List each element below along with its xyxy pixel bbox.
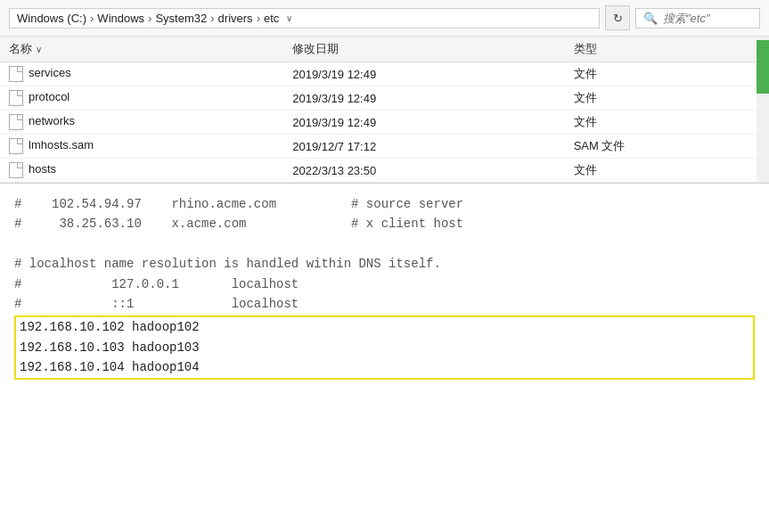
editor-line: # 127.0.0.1 localhost <box>14 274 755 294</box>
file-name-cell: services <box>0 62 283 86</box>
host-entry-3: 192.168.10.104 hadoop104 <box>20 357 749 377</box>
text-editor: # 102.54.94.97 rhino.acme.com # source s… <box>0 184 769 390</box>
explorer-panel: Windows (C:) › Windows › System32 › driv… <box>0 0 769 184</box>
file-icon <box>9 138 23 154</box>
file-date-cell: 2022/3/13 23:50 <box>283 159 564 183</box>
editor-line-blank <box>14 234 755 254</box>
path-label: drivers <box>218 12 253 25</box>
editor-line: # 38.25.63.10 x.acme.com # x client host <box>14 214 755 233</box>
file-date-cell: 2019/3/19 12:49 <box>283 62 564 86</box>
file-type-cell: SAM 文件 <box>565 135 757 159</box>
file-icon <box>9 90 23 106</box>
address-path[interactable]: Windows (C:) › Windows › System32 › driv… <box>9 8 600 29</box>
editor-line: # localhost name resolution is handled w… <box>14 254 755 274</box>
host-entry-2: 192.168.10.103 hadoop103 <box>20 338 749 357</box>
col-name[interactable]: 名称 ∨ <box>0 37 283 62</box>
file-type-cell: 文件 <box>565 110 757 135</box>
file-name-cell: networks <box>0 110 283 135</box>
file-table: 名称 ∨ 修改日期 类型 services 2019/3/19 12:49 文件… <box>0 37 757 183</box>
table-row[interactable]: networks 2019/3/19 12:49 文件 <box>0 110 757 135</box>
refresh-button[interactable]: ↻ <box>605 5 630 30</box>
scrollbar[interactable] <box>757 37 769 183</box>
scrollbar-thumb[interactable] <box>757 40 769 94</box>
file-name-cell: protocol <box>0 86 283 110</box>
path-label: Windows <box>97 12 144 25</box>
table-row[interactable]: lmhosts.sam 2019/12/7 17:12 SAM 文件 <box>0 135 757 159</box>
table-row[interactable]: protocol 2019/3/19 12:49 文件 <box>0 86 757 110</box>
file-type-cell: 文件 <box>565 86 757 110</box>
search-icon: 🔍 <box>643 12 658 25</box>
table-row[interactable]: hosts 2022/3/13 23:50 文件 <box>0 159 757 183</box>
file-list-container: 名称 ∨ 修改日期 类型 services 2019/3/19 12:49 文件… <box>0 37 769 183</box>
host-entry-1: 192.168.10.102 hadoop102 <box>20 317 749 337</box>
path-label: etc <box>264 12 279 25</box>
search-box[interactable]: 🔍 <box>635 8 760 29</box>
address-bar: Windows (C:) › Windows › System32 › driv… <box>0 0 769 37</box>
col-type[interactable]: 类型 <box>565 37 757 62</box>
file-icon <box>9 66 23 82</box>
file-date-cell: 2019/3/19 12:49 <box>283 86 564 110</box>
sort-icon: ∨ <box>36 45 42 54</box>
editor-line: # 102.54.94.97 rhino.acme.com # source s… <box>14 194 755 214</box>
host-entries-highlight: 192.168.10.102 hadoop102 192.168.10.103 … <box>14 315 755 379</box>
file-date-cell: 2019/12/7 17:12 <box>283 135 564 159</box>
file-icon <box>9 114 23 130</box>
file-name-cell: lmhosts.sam <box>0 135 283 159</box>
col-date[interactable]: 修改日期 <box>283 37 564 62</box>
file-type-cell: 文件 <box>565 159 757 183</box>
search-input[interactable] <box>663 12 752 25</box>
path-label: System32 <box>155 12 207 25</box>
editor-line: # ::1 localhost <box>14 294 755 314</box>
path-label: Windows (C:) <box>17 12 86 25</box>
file-name-cell: hosts <box>0 159 283 183</box>
file-date-cell: 2019/3/19 12:49 <box>283 110 564 135</box>
table-row[interactable]: services 2019/3/19 12:49 文件 <box>0 62 757 86</box>
table-header-row: 名称 ∨ 修改日期 类型 <box>0 37 757 62</box>
file-type-cell: 文件 <box>565 62 757 86</box>
file-icon <box>9 162 23 178</box>
chevron-down-icon: ∨ <box>286 13 292 23</box>
